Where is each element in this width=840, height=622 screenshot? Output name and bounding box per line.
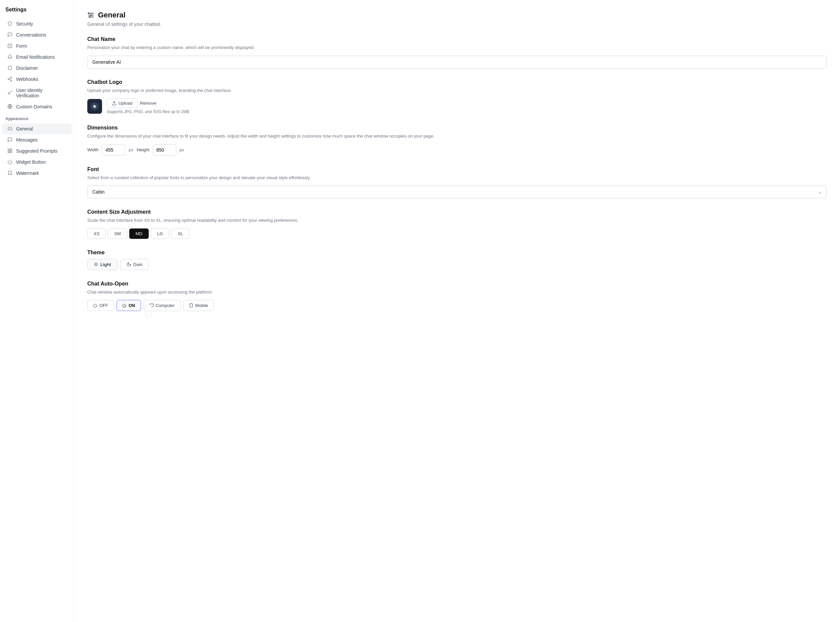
- appearance-section-label: Appearance: [0, 113, 73, 123]
- auto-btn-off[interactable]: OFF: [87, 300, 114, 311]
- svg-line-7: [9, 78, 11, 79]
- svg-point-31: [91, 15, 92, 16]
- chatbot-logo-title: Chatbot Logo: [87, 79, 826, 85]
- svg-rect-22: [8, 149, 9, 150]
- bookmark-icon: [8, 171, 13, 176]
- sidebar-item-label: User Identity Verification: [16, 88, 66, 98]
- sidebar-item-conversations[interactable]: Conversations: [2, 29, 72, 40]
- sidebar-item-webhooks[interactable]: Webhooks: [2, 74, 72, 85]
- svg-point-5: [11, 80, 12, 81]
- chat-name-title: Chat Name: [87, 36, 826, 42]
- sidebar-item-label: Conversations: [16, 32, 46, 38]
- logo-preview: [87, 99, 102, 114]
- sidebar-item-label: Watermark: [16, 171, 39, 176]
- shield-check-icon: [8, 66, 13, 71]
- font-desc: Select from a curated collection of popu…: [87, 174, 826, 181]
- font-select[interactable]: CabinInterRobotoOpen SansLatoMontserrat: [87, 186, 826, 198]
- remove-button[interactable]: Remove: [140, 98, 156, 108]
- chat-name-section: Chat Name Personalize your chat by enter…: [87, 36, 826, 69]
- auto-open-section: Chat Auto-Open Chat window automatically…: [87, 281, 826, 311]
- sidebar-item-widget-button[interactable]: Widget Button: [2, 157, 72, 168]
- svg-line-6: [9, 79, 11, 80]
- sidebar-item-user-identity[interactable]: User Identity Verification: [2, 85, 72, 101]
- page-subtitle: General UI settings of your chatbot.: [87, 21, 826, 27]
- sidebar-item-label: Suggested Prompts: [16, 148, 57, 154]
- sidebar-item-disclaimer[interactable]: Disclaimer: [2, 63, 72, 73]
- power-on-icon: [122, 303, 127, 308]
- svg-line-41: [97, 266, 98, 266]
- sidebar-item-label: Webhooks: [16, 76, 38, 82]
- svg-point-34: [93, 105, 96, 108]
- sidebar-item-messages[interactable]: Messages: [2, 134, 72, 145]
- sidebar-item-watermark[interactable]: Watermark: [2, 168, 72, 178]
- svg-line-45: [97, 263, 98, 263]
- chat-name-desc: Personalize your chat by entering a cust…: [87, 44, 826, 51]
- sidebar-item-form[interactable]: Form: [2, 41, 72, 51]
- auto-btn-on[interactable]: ON: [116, 300, 141, 311]
- auto-label: Mobile: [195, 303, 208, 308]
- auto-open-desc: Chat window automatically appears upon a…: [87, 289, 826, 296]
- theme-btn-dark[interactable]: Dark: [120, 259, 149, 270]
- page-title: General: [98, 11, 125, 20]
- logo-btn-row: Upload Remove: [107, 98, 189, 108]
- size-btn-md[interactable]: MD: [129, 229, 149, 239]
- sidebar-item-label: General: [16, 126, 33, 131]
- power-off-icon: [93, 303, 97, 308]
- svg-rect-23: [11, 149, 12, 150]
- height-unit: px: [180, 147, 184, 152]
- sidebar-item-label: Widget Button: [16, 159, 46, 165]
- font-select-wrapper: CabinInterRobotoOpen SansLatoMontserrat …: [87, 186, 826, 198]
- height-input[interactable]: [153, 144, 176, 156]
- size-btn-lg[interactable]: LG: [151, 229, 169, 239]
- size-btn-xl[interactable]: XL: [171, 229, 189, 239]
- theme-buttons: LightDark: [87, 259, 826, 270]
- logo-buttons: Upload Remove Supports JPG, PNG, and SVG…: [107, 98, 189, 114]
- bell-icon: [8, 54, 13, 60]
- page-header: General General UI settings of your chat…: [87, 11, 826, 27]
- content-size-title: Content Size Adjustment: [87, 209, 826, 215]
- chatbot-logo-desc: Upload your company logo or preferred im…: [87, 87, 826, 94]
- sidebar-item-general[interactable]: General: [2, 123, 72, 134]
- theme-title: Theme: [87, 250, 826, 256]
- theme-btn-light[interactable]: Light: [87, 259, 118, 270]
- sidebar-item-custom-domains[interactable]: Custom Domains: [2, 101, 72, 112]
- auto-label: OFF: [99, 303, 108, 308]
- sidebar-item-label: Disclaimer: [16, 66, 38, 71]
- upload-label: Upload: [119, 101, 132, 106]
- sliders-icon: [8, 126, 13, 131]
- theme-label: Light: [100, 262, 111, 267]
- message-icon: [8, 137, 13, 143]
- moon-icon: [127, 262, 131, 267]
- auto-label: ON: [128, 303, 135, 308]
- chat-name-input[interactable]: [87, 56, 826, 69]
- sidebar-title: Settings: [0, 7, 73, 18]
- svg-line-10: [11, 91, 12, 91]
- sidebar-item-security[interactable]: Security: [2, 18, 72, 29]
- dimensions-row: Width px Height px: [87, 144, 826, 156]
- sidebar-collapse-button[interactable]: ‹: [146, 305, 152, 317]
- upload-button[interactable]: Upload: [107, 98, 137, 108]
- width-unit: px: [128, 147, 133, 152]
- sidebar-item-label: Form: [16, 43, 27, 49]
- width-label: Width: [87, 147, 98, 152]
- chat-icon: [8, 32, 13, 38]
- width-input[interactable]: [102, 144, 125, 156]
- logo-row: Upload Remove Supports JPG, PNG, and SVG…: [87, 98, 826, 114]
- svg-point-37: [95, 263, 97, 265]
- font-section: Font Select from a curated collection of…: [87, 166, 826, 198]
- form-icon: [8, 43, 13, 49]
- key-icon: [8, 90, 13, 96]
- general-icon: [87, 11, 95, 19]
- chatbot-logo-section: Chatbot Logo Upload your company logo or…: [87, 79, 826, 114]
- svg-point-4: [8, 79, 9, 80]
- size-btn-sm[interactable]: SM: [108, 229, 127, 239]
- size-btn-xs[interactable]: XS: [87, 229, 106, 239]
- dimensions-section: Dimensions Configure the dimensions of y…: [87, 125, 826, 156]
- sidebar-item-suggested-prompts[interactable]: Suggested Prompts: [2, 146, 72, 156]
- main-content: General General UI settings of your chat…: [74, 0, 840, 622]
- sidebar: Settings SecurityConversationsFormEmail …: [0, 0, 74, 622]
- sidebar-item-email-notifications[interactable]: Email Notifications: [2, 52, 72, 63]
- theme-section: Theme LightDark: [87, 250, 826, 270]
- auto-btn-mobile[interactable]: Mobile: [183, 300, 214, 311]
- svg-point-32: [89, 17, 90, 17]
